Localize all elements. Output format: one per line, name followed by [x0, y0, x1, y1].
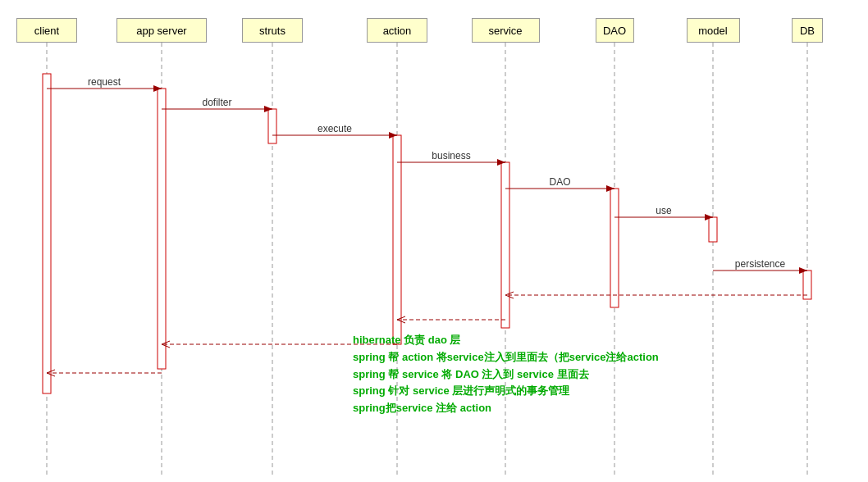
svg-marker-35 [799, 267, 807, 274]
actor-action: action [367, 18, 427, 43]
annotation-text: hibernate 负责 dao 层spring 帮 action 将servi… [353, 332, 659, 417]
svg-rect-10 [268, 109, 276, 143]
svg-rect-8 [43, 74, 51, 393]
svg-rect-9 [158, 89, 166, 369]
svg-text:execute: execute [318, 123, 352, 134]
svg-text:use: use [656, 205, 672, 216]
svg-rect-14 [709, 217, 717, 242]
svg-marker-29 [606, 185, 614, 192]
svg-marker-23 [389, 132, 397, 139]
svg-rect-15 [803, 271, 811, 299]
svg-text:persistence: persistence [735, 258, 786, 270]
actor-struts: struts [242, 18, 303, 43]
actor-client: client [16, 18, 77, 43]
actor-dao: DAO [596, 18, 634, 43]
svg-rect-13 [610, 189, 619, 307]
svg-marker-26 [497, 159, 505, 166]
sequence-diagram: requestdofilterexecutebusinessDAOusepers… [0, 0, 868, 482]
actor-service: service [472, 18, 540, 43]
svg-text:dofilter: dofilter [202, 97, 231, 108]
actor-db: DB [792, 18, 823, 43]
svg-text:request: request [88, 76, 121, 88]
svg-marker-32 [705, 214, 713, 221]
svg-rect-11 [393, 135, 401, 344]
svg-marker-17 [153, 85, 162, 92]
svg-rect-12 [501, 162, 509, 328]
svg-text:DAO: DAO [549, 176, 570, 188]
actor-appserver: app server [116, 18, 207, 43]
svg-text:business: business [432, 150, 470, 161]
svg-marker-20 [264, 106, 272, 112]
actor-model: model [687, 18, 740, 43]
